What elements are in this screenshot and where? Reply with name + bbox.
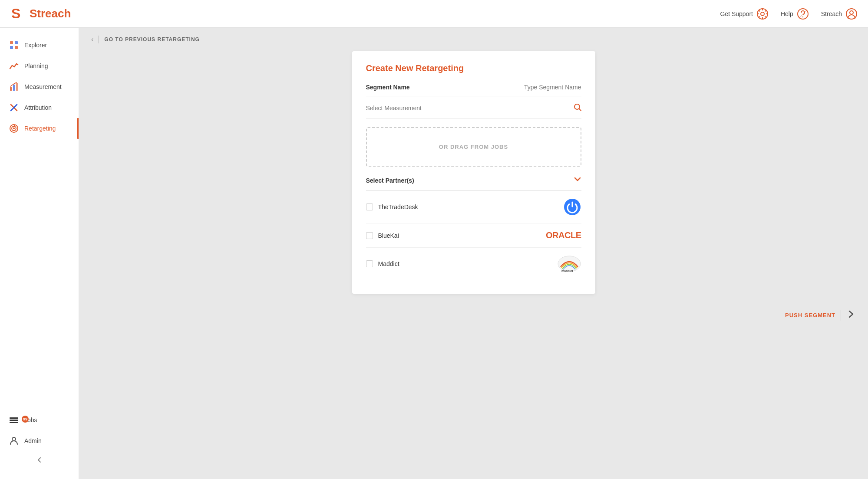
measurement-row (366, 103, 581, 118)
card-title: Create New Retargeting (366, 63, 581, 73)
svg-rect-20 (10, 87, 12, 91)
user-icon (845, 8, 858, 20)
drag-zone[interactable]: OR DRAG FROM JOBS (366, 127, 581, 167)
topbar-nav-label[interactable]: GO TO PREVIOUS RETARGETING (104, 36, 200, 43)
svg-point-12 (802, 16, 803, 17)
footer-bar: PUSH SEGMENT (79, 302, 868, 328)
sidebar-item-attribution[interactable]: Attribution (0, 97, 79, 118)
svg-text:S: S (11, 6, 20, 21)
drag-zone-text: OR DRAG FROM JOBS (439, 144, 508, 150)
thetradedesk-checkbox[interactable] (366, 203, 373, 210)
svg-rect-30 (10, 422, 18, 423)
svg-line-8 (765, 16, 766, 17)
segment-name-row: Segment Name (366, 84, 581, 96)
admin-icon (9, 436, 19, 446)
oracle-text: ORACLE (546, 230, 581, 240)
svg-point-32 (574, 104, 580, 109)
svg-point-15 (850, 11, 853, 14)
sidebar-collapse-button[interactable] (0, 451, 79, 469)
svg-rect-19 (15, 46, 18, 49)
svg-rect-18 (10, 46, 13, 49)
thetradedesk-logo-icon (563, 198, 581, 216)
segment-name-input[interactable] (495, 84, 581, 91)
header-right: Get Support Help (720, 8, 858, 20)
admin-label: Admin (24, 437, 42, 444)
sidebar-item-measurement[interactable]: Measurement (0, 76, 79, 97)
search-icon[interactable] (574, 103, 581, 113)
svg-rect-29 (10, 420, 18, 421)
push-segment-button[interactable]: PUSH SEGMENT (785, 312, 835, 318)
sidebar-item-retargeting[interactable]: Retargeting (0, 118, 79, 139)
help-label: Help (781, 10, 793, 17)
sidebar-item-admin[interactable]: Admin (0, 430, 79, 451)
svg-rect-21 (13, 85, 15, 91)
footer-next-button[interactable] (846, 309, 856, 321)
help-button[interactable]: Help (781, 8, 809, 20)
jobs-badge: 99 (22, 416, 29, 423)
sidebar-item-planning[interactable]: Planning (0, 56, 79, 76)
partner-thetradedesk: TheTradeDesk (366, 191, 581, 223)
bluekai-logo: ORACLE (546, 230, 581, 240)
svg-rect-16 (10, 41, 13, 44)
partner-left-bluekai: BlueKai (366, 232, 399, 239)
partner-left-maddict: Maddict (366, 260, 399, 267)
select-partners-row: Select Partner(s) (366, 175, 581, 191)
svg-rect-22 (16, 83, 18, 91)
user-button[interactable]: Streach (821, 8, 858, 20)
svg-rect-28 (10, 417, 18, 419)
topbar: ‹ GO TO PREVIOUS RETARGETING (79, 28, 868, 51)
explorer-label: Explorer (24, 42, 47, 49)
main-content: ‹ GO TO PREVIOUS RETARGETING Create New … (79, 28, 868, 479)
bluekai-checkbox[interactable] (366, 232, 373, 239)
explorer-icon (9, 40, 19, 50)
retargeting-icon (9, 123, 19, 134)
collapse-icon (36, 456, 43, 463)
planning-label: Planning (24, 62, 48, 69)
svg-point-31 (12, 437, 16, 441)
measurement-input[interactable] (366, 105, 574, 112)
attribution-icon (9, 102, 19, 113)
logo-icon: S (10, 6, 26, 22)
sidebar: Explorer Planning Measurement (0, 28, 79, 479)
sidebar-item-jobs[interactable]: 99 Jobs (0, 410, 79, 430)
svg-line-9 (765, 10, 766, 11)
gear-icon (756, 8, 769, 20)
segment-name-label: Segment Name (366, 84, 410, 91)
get-support-label: Get Support (720, 10, 753, 17)
retargeting-label: Retargeting (24, 125, 56, 132)
jobs-icon (9, 415, 19, 425)
measurement-label: Measurement (24, 83, 62, 90)
maddict-logo-icon: maddict (557, 255, 581, 273)
svg-line-13 (800, 11, 806, 17)
sidebar-top: Explorer Planning Measurement (0, 35, 79, 139)
get-support-button[interactable]: Get Support (720, 8, 769, 20)
partners-dropdown-icon[interactable] (574, 175, 581, 185)
svg-rect-17 (15, 41, 18, 44)
back-button[interactable]: ‹ (91, 36, 93, 43)
svg-point-27 (13, 128, 15, 129)
topbar-divider (99, 36, 99, 43)
svg-text:maddict: maddict (561, 269, 574, 272)
create-retargeting-card: Create New Retargeting Segment Name (352, 51, 595, 294)
svg-line-10 (759, 16, 760, 17)
help-icon (797, 8, 809, 20)
svg-line-7 (759, 10, 760, 11)
partner-left-thetradedesk: TheTradeDesk (366, 203, 418, 210)
partner-maddict: Maddict maddict (366, 248, 581, 280)
footer-divider (841, 310, 841, 321)
partners-label: Select Partner(s) (366, 177, 414, 184)
attribution-label: Attribution (24, 104, 52, 111)
maddict-name: Maddict (378, 260, 399, 267)
svg-point-2 (761, 12, 764, 16)
planning-icon (9, 61, 19, 71)
sidebar-item-explorer[interactable]: Explorer (0, 35, 79, 56)
maddict-checkbox[interactable] (366, 260, 373, 267)
header: S Streach Get Support Help (0, 0, 868, 28)
measurement-icon (9, 82, 19, 92)
sidebar-bottom: 99 Jobs Admin (0, 410, 79, 472)
thetradedesk-logo (563, 198, 581, 216)
logo[interactable]: S Streach (10, 6, 71, 22)
partner-bluekai: BlueKai ORACLE (366, 223, 581, 248)
maddict-logo: maddict (557, 255, 581, 273)
user-label: Streach (821, 10, 842, 17)
